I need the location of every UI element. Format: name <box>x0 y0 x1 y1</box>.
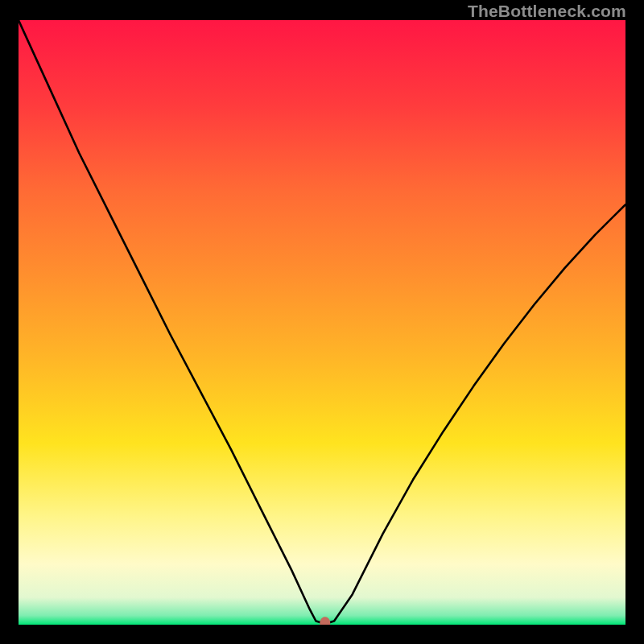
plot-area <box>19 20 625 625</box>
chart-frame: TheBottleneck.com <box>0 0 644 644</box>
chart-svg <box>19 20 625 625</box>
watermark-text: TheBottleneck.com <box>468 2 626 21</box>
gradient-background <box>19 20 625 625</box>
